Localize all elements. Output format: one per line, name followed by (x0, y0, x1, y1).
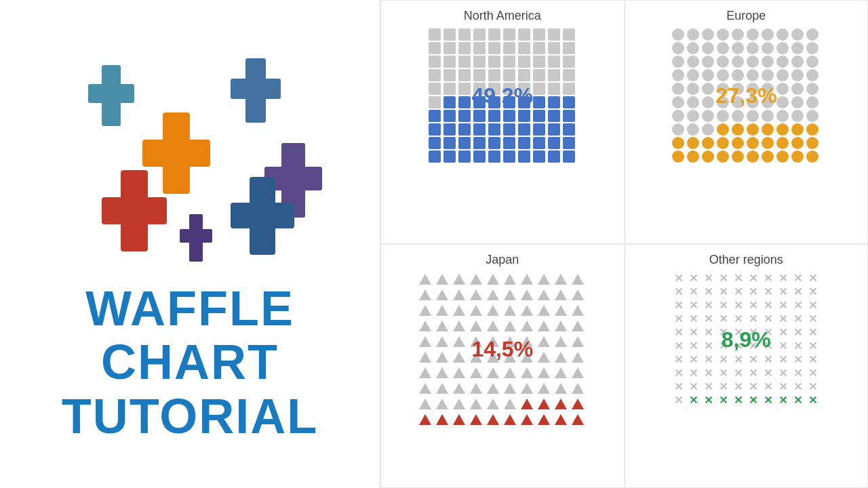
waffle-cell: ✕ (747, 340, 759, 352)
waffle-cell: ✕ (762, 354, 774, 366)
waffle-cell (503, 350, 517, 364)
waffle-cell (548, 42, 560, 54)
waffle-cell (452, 288, 466, 302)
waffle-cell (806, 96, 818, 108)
waffle-cell (554, 382, 568, 395)
waffle-cell (486, 288, 500, 302)
waffle-cell (518, 123, 530, 136)
waffle-cell (452, 382, 466, 395)
waffle-cell (429, 83, 441, 95)
waffle-cell (672, 96, 684, 108)
waffle-cell (418, 397, 432, 411)
waffle-cell: ✕ (717, 354, 729, 366)
waffle-cell (732, 42, 744, 54)
waffle-cell: ✕ (687, 327, 699, 339)
waffle-cell (443, 42, 456, 54)
waffle-cell (702, 137, 714, 149)
waffle-cell (747, 110, 759, 122)
waffle-cell: ✕ (732, 313, 744, 325)
waffle-cell (537, 413, 551, 426)
waffle-cell (537, 382, 551, 395)
waffle-cell: ✕ (687, 313, 699, 325)
waffle-cell (687, 56, 699, 68)
waffle-cell: ✕ (687, 272, 699, 285)
waffle-cell (488, 137, 500, 149)
waffle-cell (762, 56, 774, 68)
waffle-cell: ✕ (806, 394, 818, 407)
waffle-cell (458, 150, 471, 163)
waffle-cell (488, 56, 500, 68)
waffle-cell (732, 69, 744, 81)
svg-rect-3 (88, 84, 134, 103)
waffle-cell (503, 413, 517, 426)
waffle-cell: ✕ (806, 300, 818, 312)
waffle-cell (554, 397, 568, 411)
waffle-cell: ✕ (762, 286, 774, 298)
waffle-cell (443, 137, 456, 149)
chart-title-europe: Europe (726, 9, 766, 23)
waffle-cell (702, 83, 714, 95)
waffle-cell (486, 350, 500, 364)
waffle-cell (548, 56, 560, 68)
waffle-other: 8,9% ✕✕✕✕✕✕✕✕✕✕✕✕✕✕✕✕✕✕✕✕✕✕✕✕✕✕✕✕✕✕✕✕✕✕✕… (672, 272, 820, 407)
waffle-cell: ✕ (776, 300, 789, 312)
waffle-cell (458, 69, 471, 81)
waffle-cell (533, 110, 545, 122)
waffle-cell (533, 83, 545, 95)
waffle-cell (452, 366, 466, 380)
waffle-cell: ✕ (702, 394, 714, 407)
waffle-cell (537, 366, 551, 380)
waffle-cell (687, 42, 699, 54)
waffle-cell (687, 150, 699, 163)
chart-other: Other regions 8,9% ✕✕✕✕✕✕✕✕✕✕✕✕✕✕✕✕✕✕✕✕✕… (625, 244, 869, 488)
waffle-cell: ✕ (732, 272, 744, 285)
waffle-cell (458, 110, 471, 122)
waffle-cell (488, 150, 500, 163)
svg-rect-5 (231, 79, 281, 99)
waffle-cell: ✕ (687, 367, 699, 380)
logo (47, 45, 332, 275)
waffle-cell (776, 137, 789, 149)
waffle-cell: ✕ (717, 272, 729, 285)
waffle-cell (418, 335, 432, 348)
waffle-cell (537, 319, 551, 333)
waffle-cell (672, 137, 684, 149)
waffle-cell (791, 69, 804, 81)
waffle-cell (469, 350, 483, 364)
waffle-cell (435, 288, 449, 302)
waffle-cell (503, 96, 515, 108)
waffle-cell (520, 397, 534, 411)
svg-rect-1 (142, 140, 210, 167)
waffle-cell (732, 83, 744, 95)
waffle-cell (717, 123, 729, 136)
waffle-cell (563, 110, 575, 122)
waffle-cell (488, 123, 500, 136)
waffle-cell (554, 350, 568, 364)
waffle-cell (806, 123, 818, 136)
chart-japan: Japan 14,5% (380, 244, 625, 488)
title-line1: WAFFLE (62, 282, 319, 336)
waffle-cell (488, 110, 500, 122)
waffle-cell (687, 123, 699, 136)
waffle-cell (687, 96, 699, 108)
waffle-cell (571, 397, 585, 411)
waffle-cell (503, 335, 517, 348)
waffle-cell (571, 366, 585, 380)
waffle-cell: ✕ (806, 340, 818, 352)
waffle-cell: ✕ (762, 272, 774, 285)
waffle-cell: ✕ (747, 300, 759, 312)
waffle-cell (687, 69, 699, 81)
waffle-cell: ✕ (791, 313, 804, 325)
waffle-cell: ✕ (791, 272, 804, 285)
waffle-cell (732, 28, 744, 41)
waffle-cell (520, 350, 534, 364)
waffle-cell (486, 413, 500, 426)
waffle-cell (518, 110, 530, 122)
waffle-cell (537, 335, 551, 348)
waffle-cell (717, 69, 729, 81)
waffle-cell: ✕ (762, 313, 774, 325)
waffle-cell (503, 319, 517, 333)
waffle-cell (554, 272, 568, 286)
waffle-cell (554, 335, 568, 348)
waffle-cell (469, 288, 483, 302)
